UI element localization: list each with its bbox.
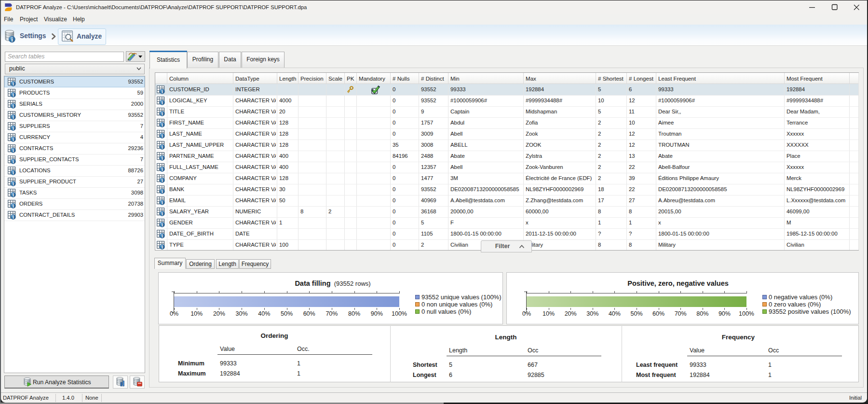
svg-text:i: i xyxy=(13,115,14,120)
svg-text:i: i xyxy=(162,145,163,150)
svg-text:i: i xyxy=(13,159,14,164)
svg-text:i: i xyxy=(13,126,14,131)
svg-text:i: i xyxy=(13,148,14,153)
svg-text:i: i xyxy=(13,204,14,209)
svg-text:i: i xyxy=(13,82,14,86)
svg-text:i: i xyxy=(162,178,163,183)
svg-text:i: i xyxy=(162,167,163,172)
svg-text:i: i xyxy=(13,215,14,220)
svg-text:i: i xyxy=(162,134,163,139)
svg-text:i: i xyxy=(13,93,14,98)
svg-text:i: i xyxy=(13,170,14,175)
svg-text:i: i xyxy=(13,137,14,142)
svg-text:i: i xyxy=(162,234,163,238)
svg-text:i: i xyxy=(162,89,163,94)
svg-text:i: i xyxy=(162,111,163,116)
svg-text:i: i xyxy=(162,189,163,194)
svg-text:i: i xyxy=(162,100,163,105)
svg-text:i: i xyxy=(162,123,163,127)
svg-text:i: i xyxy=(162,200,163,205)
svg-text:i: i xyxy=(162,223,163,227)
svg-text:i: i xyxy=(162,211,163,216)
svg-text:i: i xyxy=(13,181,14,186)
svg-text:i: i xyxy=(13,104,14,109)
svg-text:i: i xyxy=(162,156,163,161)
svg-text:i: i xyxy=(13,193,14,197)
svg-text:i: i xyxy=(162,245,163,250)
